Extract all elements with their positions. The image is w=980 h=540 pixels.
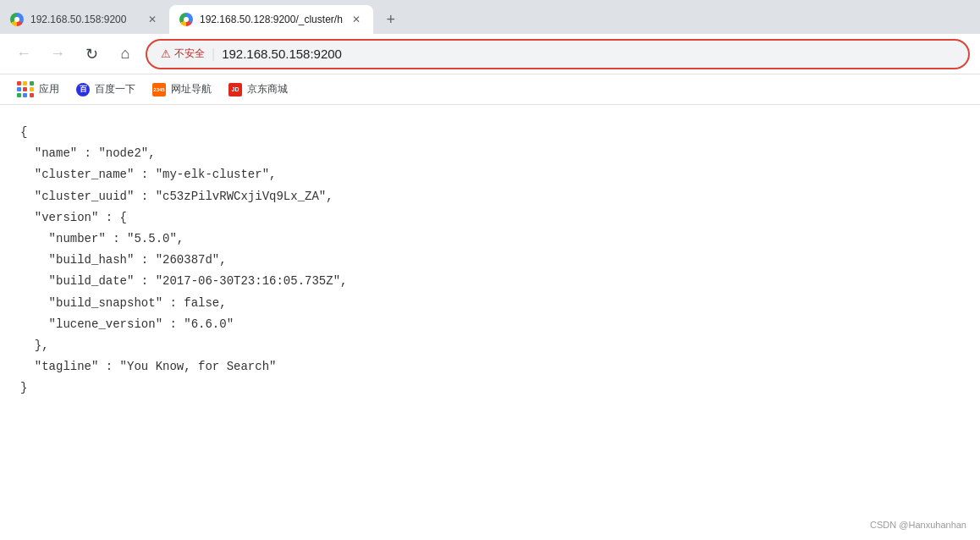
tab-1-close[interactable]: ✕ <box>146 13 159 26</box>
security-label: 不安全 <box>174 47 205 61</box>
tab-2-close[interactable]: ✕ <box>350 13 363 26</box>
warning-icon: ⚠ <box>161 47 171 60</box>
json-line: "build_date" : "2017-06-30T23:16:05.735Z… <box>20 271 960 292</box>
json-line: "lucene_version" : "6.6.0" <box>20 314 960 335</box>
tab-1[interactable]: 192.168.50.158:9200 ✕ <box>0 5 169 34</box>
back-icon: ← <box>16 45 31 63</box>
home-icon: ⌂ <box>121 45 130 63</box>
forward-icon: → <box>50 45 65 63</box>
address-divider: | <box>212 47 215 62</box>
json-line: "cluster_uuid" : "c53zPilvRWCxjiVq9Lx_ZA… <box>20 186 960 207</box>
bookmark-2345-label: 网址导航 <box>171 82 212 96</box>
json-line: "build_snapshot" : false, <box>20 293 960 314</box>
bookmark-jd-label: 京东商城 <box>247 82 288 96</box>
home-button[interactable]: ⌂ <box>112 41 139 68</box>
back-button[interactable]: ← <box>10 41 37 68</box>
json-line: "name" : "node2", <box>20 143 960 164</box>
tabs-bar: 192.168.50.158:9200 ✕ 192.168.50.128:920… <box>0 0 980 34</box>
tab-1-title: 192.168.50.158:9200 <box>30 14 139 25</box>
content-area: { "name" : "node2", "cluster_name" : "my… <box>0 105 980 540</box>
json-line: "version" : { <box>20 207 960 229</box>
json-line: } <box>20 377 960 399</box>
address-input[interactable] <box>222 47 955 61</box>
json-line: "build_hash" : "260387d", <box>20 250 960 271</box>
security-indicator: ⚠ 不安全 <box>161 47 205 61</box>
bookmark-apps[interactable]: 应用 <box>10 78 66 102</box>
reload-icon: ↻ <box>85 45 98 63</box>
bookmark-2345[interactable]: 2345 网址导航 <box>146 79 218 100</box>
tab-2-title: 192.168.50.128:9200/_cluster/h <box>200 14 343 25</box>
bookmark-baidu-label: 百度一下 <box>95 82 135 96</box>
forward-button[interactable]: → <box>44 41 71 68</box>
tab-2-favicon <box>179 13 193 26</box>
json-display: { "name" : "node2", "cluster_name" : "my… <box>20 122 960 399</box>
bookmark-apps-label: 应用 <box>39 82 59 96</box>
nav-bar: ← → ↻ ⌂ ⚠ 不安全 | <box>0 34 980 74</box>
json-line: "cluster_name" : "my-elk-cluster", <box>20 164 960 185</box>
tab-1-favicon <box>10 13 24 26</box>
bookmark-baidu[interactable]: 百 百度一下 <box>69 79 142 100</box>
baidu-icon: 百 <box>76 83 90 96</box>
apps-icon <box>17 81 34 98</box>
json-line: { <box>20 122 960 143</box>
json-line: }, <box>20 335 960 356</box>
tab-2[interactable]: 192.168.50.128:9200/_cluster/h ✕ <box>169 5 373 34</box>
reload-button[interactable]: ↻ <box>78 41 105 68</box>
bookmark-jd[interactable]: JD 京东商城 <box>222 79 295 100</box>
address-bar[interactable]: ⚠ 不安全 | <box>146 39 970 69</box>
new-tab-button[interactable]: + <box>377 5 405 34</box>
json-line: "tagline" : "You Know, for Search" <box>20 356 960 377</box>
jd-icon: JD <box>228 83 242 96</box>
watermark: CSDN @Hanxuhanhan <box>870 520 966 530</box>
bookmarks-bar: 应用 百 百度一下 2345 网址导航 JD 京东商城 <box>0 74 980 105</box>
json-line: "number" : "5.5.0", <box>20 229 960 250</box>
nav2345-icon: 2345 <box>152 83 166 96</box>
